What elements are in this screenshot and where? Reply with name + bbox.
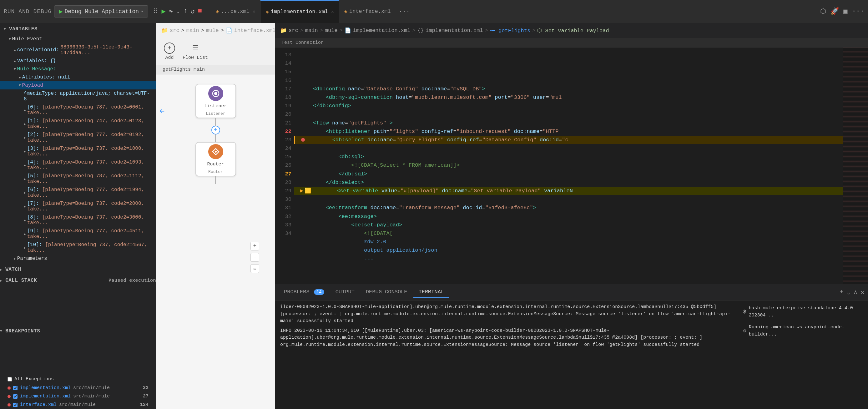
tab-problems[interactable]: PROBLEMS 14 xyxy=(279,286,329,298)
variables-item[interactable]: ▶ Variables: {} xyxy=(0,57,156,65)
split-icon[interactable]: ⌵ xyxy=(847,288,850,296)
listener-node[interactable]: Listener Listener xyxy=(195,84,236,118)
debug-app-button[interactable]: ▶ Debug Mule Application ▾ xyxy=(54,5,148,18)
more-icon[interactable]: ··· xyxy=(852,7,864,15)
terminal-left[interactable]: ilder-08082023-1.0.0-SNAPSHOT-mule-appli… xyxy=(280,304,738,406)
rocket-icon[interactable]: 🚀 xyxy=(831,7,839,15)
output-label: OUTPUT xyxy=(336,289,354,295)
continue-icon[interactable]: ▶ xyxy=(162,7,166,15)
step-out-icon[interactable]: ↑ xyxy=(183,7,187,15)
breadcrumb-getflights: ⊶ getFlights xyxy=(490,27,530,34)
attributes-item[interactable]: ▶ Attributes: null xyxy=(0,73,156,81)
flow-breadcrumb: 📁 src > main > mule > 📄 interface.xml xyxy=(156,23,275,38)
tab-implementation[interactable]: ◈ implementation.xml ✕ xyxy=(260,0,339,23)
add-node-button[interactable]: + xyxy=(211,126,220,134)
list-icon: ☰ xyxy=(190,42,201,54)
variables-section-header[interactable]: ▼ VARIABLES xyxy=(0,23,156,35)
frame-button[interactable]: ⊡ xyxy=(250,264,259,273)
restart-icon[interactable]: ↺ xyxy=(190,7,194,15)
payload-array-item-1[interactable]: ▶ [1]: [planeType=Boeing 747, code2=0123… xyxy=(0,117,156,131)
payload-array-item-3[interactable]: ▶ [3]: [planeType=Boeing 737, code2=1000… xyxy=(0,145,156,158)
correlation-id-key: correlationId: xyxy=(17,47,59,53)
debug-console-label: DEBUG CONSOLE xyxy=(366,289,407,295)
new-terminal-icon[interactable]: + xyxy=(840,288,844,296)
running-terminal[interactable]: ⚙ Running american-ws-anypoint-code-buil… xyxy=(743,323,863,339)
line-num: 31 xyxy=(275,203,291,212)
minimap-content xyxy=(843,48,868,284)
stop-icon[interactable]: ■ xyxy=(198,7,202,15)
chevron-right-icon: ▶ xyxy=(24,108,26,112)
code-line-27: ▶🟨 <set-variable value="#[payload]" doc:… xyxy=(294,187,843,195)
flow-add-button[interactable]: + Add xyxy=(164,42,175,60)
bp-checkbox-0[interactable] xyxy=(13,386,18,390)
item-3: [3]: [planeType=Boeing 737, code2=1000, … xyxy=(27,146,152,157)
callstack-section-header[interactable]: ▶ CALL STACK Paused execution xyxy=(0,276,156,285)
editor-breadcrumb: 📁 src > main > mule > 📄 implementation.x… xyxy=(275,23,868,38)
router-node-box[interactable]: Router Router xyxy=(195,142,236,176)
divider xyxy=(0,286,156,286)
more-tabs-button[interactable]: ··· xyxy=(396,8,412,15)
tab-interface-ce[interactable]: ◈ ...ce.xml ✕ xyxy=(211,0,261,23)
tab-output[interactable]: OUTPUT xyxy=(331,286,360,298)
close-panel-icon[interactable]: ✕ xyxy=(861,288,864,296)
bash-icon: $ xyxy=(743,308,746,316)
bp-checkbox-2[interactable] xyxy=(13,403,18,407)
flow-connector xyxy=(215,134,216,142)
line-num: 33 xyxy=(275,221,291,229)
payload-array-item-7[interactable]: ▶ [7]: [planeType=Boeing 737, code2=2000… xyxy=(0,199,156,213)
tab-terminal[interactable]: TERMINAL xyxy=(413,286,449,298)
payload-array-item-2[interactable]: ▶ [2]: [planeType=Boeing 777, code2=0192… xyxy=(0,131,156,145)
listener-node-box[interactable]: Listener Listener xyxy=(195,84,236,118)
attributes-label: Attributes: null xyxy=(22,74,70,80)
bash-terminal[interactable]: $ bash mule-enterprise-standalone-4.4.0-… xyxy=(743,304,863,320)
xml-icon: ◈ xyxy=(266,8,269,15)
router-node[interactable]: Router Router xyxy=(195,142,236,176)
breakpoint-2[interactable]: interface.xml src/main/mule 124 xyxy=(0,401,156,409)
zoom-in-button[interactable]: + xyxy=(250,242,259,250)
layout-icon[interactable]: ▣ xyxy=(843,7,847,15)
payload-array-item-4[interactable]: ▶ [4]: [planeType=Boeing 737, code2=1093… xyxy=(0,158,156,172)
bp-file-0: implementation.xml xyxy=(20,385,71,390)
mule-event-item[interactable]: ▼ Mule Event xyxy=(0,35,156,43)
breadcrumb-main: main xyxy=(305,28,318,33)
network-icon[interactable]: ⬡ xyxy=(820,7,826,15)
breakpoint-0[interactable]: implementation.xml src/main/mule 22 xyxy=(0,384,156,392)
chevron-right-icon: ▶ xyxy=(24,232,26,236)
gear-icon: ⚙ xyxy=(743,327,746,335)
flow-list-button[interactable]: ☰ Flow List xyxy=(183,42,208,60)
payload-array-item-5[interactable]: ▶ [5]: [planeType=Boeing 787, code2=1112… xyxy=(0,172,156,186)
zoom-out-button[interactable]: − xyxy=(250,253,259,262)
tab-interface-xml[interactable]: ◈ interface.xml xyxy=(339,0,396,23)
payload-array-item-10[interactable]: ▶ [10]: [planeType=Boeing 737, code2=456… xyxy=(0,241,156,255)
line-num: 13 xyxy=(275,51,291,59)
all-exceptions-checkbox[interactable] xyxy=(7,377,12,381)
code-content[interactable]: <db:config name="Database_Config" doc:na… xyxy=(294,48,843,284)
chevron-right-icon: ▶ xyxy=(24,218,26,222)
tab-debug-console[interactable]: DEBUG CONSOLE xyxy=(361,286,412,298)
bp-checkbox-1[interactable] xyxy=(13,394,18,399)
payload-array-item-0[interactable]: ▶ [0]: [planeType=Boeing 787, code2=0001… xyxy=(0,103,156,117)
line-num: 32 xyxy=(275,212,291,221)
item-9: [9]: [planeType=Boeing 777, code2=4511, … xyxy=(27,228,152,240)
toolbar: RUN AND DEBUG ▶ Debug Mule Application ▾… xyxy=(0,0,868,23)
grid-icon[interactable]: ⠿ xyxy=(153,7,158,15)
chevron-right-icon: ▶ xyxy=(14,48,16,52)
parameters-item[interactable]: ▶ Parameters xyxy=(0,255,156,263)
breakpoint-1[interactable]: implementation.xml src/main/mule 27 xyxy=(0,392,156,401)
payload-array-item-9[interactable]: ▶ [9]: [planeType=Boeing 777, code2=4511… xyxy=(0,227,156,241)
step-into-icon[interactable]: ↓ xyxy=(176,7,180,15)
payload-array-item-8[interactable]: ▶ [8]: [planeType=Boeing 737, code2=3000… xyxy=(0,213,156,227)
payload-item[interactable]: ▼ Payload xyxy=(0,81,156,89)
close-icon[interactable]: ✕ xyxy=(331,9,334,14)
all-exceptions-item[interactable]: All Exceptions xyxy=(0,375,156,384)
step-over-icon[interactable]: ↷ xyxy=(169,7,173,15)
mule-message-item[interactable]: ▼ Mule Message: xyxy=(0,65,156,73)
watch-section-header[interactable]: ▶ WATCH xyxy=(0,265,156,274)
payload-array-item-6[interactable]: ▶ [6]: [planeType=Boeing 777, code2=1994… xyxy=(0,186,156,199)
maximize-icon[interactable]: ∧ xyxy=(854,288,857,296)
chevron-down-icon: ▼ xyxy=(0,329,2,333)
close-icon[interactable]: ✕ xyxy=(253,9,255,14)
correlation-id-item[interactable]: ▶ correlationId: 68966330-3c5f-11ee-9c43… xyxy=(0,43,156,57)
debug-app-label: Debug Mule Application xyxy=(64,8,139,15)
breakpoints-section-header[interactable]: ▼ BREAKPOINTS xyxy=(0,287,156,375)
